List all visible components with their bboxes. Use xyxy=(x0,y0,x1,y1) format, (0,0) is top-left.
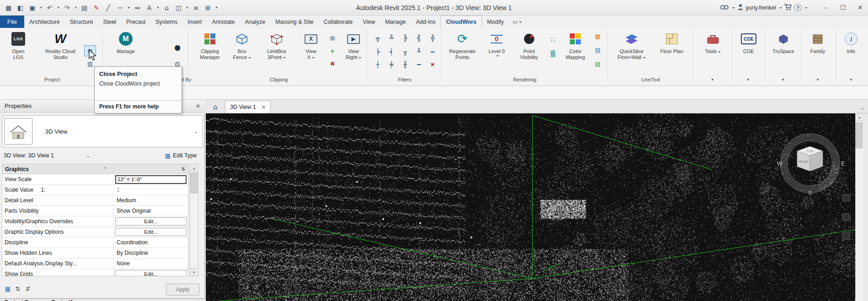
clipping-remove-button[interactable]: ✖ xyxy=(327,58,338,69)
tab-view[interactable]: View xyxy=(358,16,380,28)
search-icon[interactable] xyxy=(720,3,729,12)
apply-button[interactable]: Apply xyxy=(166,284,199,296)
fitter-icon[interactable]: ╩ xyxy=(386,32,397,43)
tab-insert[interactable]: Insert xyxy=(182,16,207,28)
close-project-button[interactable]: ⊠ xyxy=(84,45,96,56)
sort-descending-icon[interactable]: ⇵ xyxy=(23,284,33,294)
panel-label-rendering[interactable]: Rendering xyxy=(443,77,607,84)
tab-manage[interactable]: Manage xyxy=(380,16,411,28)
viewport-tool-button[interactable] xyxy=(842,213,850,221)
tab-analyze[interactable]: Analyze xyxy=(240,16,270,28)
clipping-manager-button[interactable]: Clipping Manager xyxy=(194,29,226,60)
user-caret-icon[interactable] xyxy=(779,7,782,10)
text-caret-icon[interactable]: ▾ xyxy=(155,2,161,13)
tab-systems[interactable]: Systems xyxy=(150,16,182,28)
view-scale-input[interactable] xyxy=(115,175,187,184)
ribbon-display-toggle[interactable]: ▭ xyxy=(509,16,525,28)
type-selector-caret-icon[interactable]: ⌄ xyxy=(194,129,198,134)
viewport-tool-button[interactable] xyxy=(842,232,850,240)
family-button[interactable]: Family xyxy=(804,29,831,54)
property-value[interactable]: Show Original xyxy=(115,208,151,214)
regenerate-points-button[interactable]: ⟳ Regenerate Points xyxy=(445,29,479,60)
show-grids-edit-button[interactable]: Edit... xyxy=(115,270,187,276)
app-menu-icon[interactable]: ▦ xyxy=(3,2,14,13)
point-density-icon[interactable]: ∷ xyxy=(547,34,559,45)
section-sort-icon[interactable]: ⇅ xyxy=(177,167,185,172)
help-caret-icon[interactable] xyxy=(805,7,808,10)
tab-precast[interactable]: Precast xyxy=(121,16,150,28)
viewcube[interactable]: ⌂ TOP FRONT W S E xyxy=(771,129,849,199)
quickslice-button[interactable]: QuickSlice Floor+Wall xyxy=(612,29,651,60)
maximize-button[interactable]: ☐ xyxy=(835,1,851,14)
tab-cloudworx[interactable]: CloudWorx xyxy=(440,16,482,28)
fitter-icon[interactable]: ═ xyxy=(427,46,438,57)
open-folder-icon[interactable]: ◧ xyxy=(15,2,26,13)
line-caret-icon[interactable]: ▾ xyxy=(126,2,131,13)
tab-list-caret-icon[interactable]: ⌄ xyxy=(860,105,864,111)
tab-structure[interactable]: Structure xyxy=(65,16,98,28)
fitter-icon[interactable]: ╥ xyxy=(400,46,411,57)
view-right-button[interactable]: ▶ View Right xyxy=(340,29,367,60)
browser-grid-icon[interactable]: ▦ xyxy=(3,284,13,294)
clipping-grid-button[interactable]: ⊞ xyxy=(327,32,338,43)
fitter-icon[interactable]: ╠ xyxy=(400,32,411,43)
color-option-icon[interactable]: ▤ xyxy=(592,44,604,55)
scroll-down-icon[interactable]: ▾ xyxy=(190,268,198,276)
point-cloud-canvas[interactable] xyxy=(206,113,855,301)
user-name[interactable]: yuriy.frenkel xyxy=(746,5,776,11)
sort-ascending-icon[interactable]: ⇅ xyxy=(13,284,23,294)
level-0-button[interactable]: 0 Level 0 xyxy=(482,29,511,57)
viewport-tool-button[interactable] xyxy=(842,194,850,202)
default-3d-view-icon[interactable]: ⌂ xyxy=(161,2,172,13)
text-icon[interactable]: A xyxy=(144,2,155,13)
marker-icon[interactable]: ✎ xyxy=(91,2,102,13)
edit-type-button[interactable]: ▦ Edit Type xyxy=(165,152,197,159)
fitter-icon[interactable]: ╫ xyxy=(400,59,411,70)
minimize-button[interactable]: – xyxy=(818,1,833,14)
tab-file[interactable]: File xyxy=(0,16,24,28)
view-tab-close-icon[interactable]: ✕ xyxy=(262,104,266,110)
color-mapping-button[interactable]: Color Mapping xyxy=(561,29,590,60)
truspace-button[interactable]: TruSpace xyxy=(768,29,798,54)
property-value[interactable]: None xyxy=(115,260,130,267)
tab-collaborate[interactable]: Collaborate xyxy=(318,16,358,28)
reality-cloud-studio-button[interactable]: W Reality Cloud Studio xyxy=(42,29,79,60)
fitter-icon[interactable]: ╨ xyxy=(413,46,424,57)
save-icon[interactable]: ▣ xyxy=(27,2,38,13)
viewport-scrollbar-thumb[interactable] xyxy=(856,123,863,148)
user-icon[interactable] xyxy=(737,3,744,12)
help-icon[interactable]: ? xyxy=(794,4,802,11)
tab-massing-site[interactable]: Massing & Site xyxy=(270,16,318,28)
property-value[interactable]: By Discipline xyxy=(115,250,148,256)
fitter-icon[interactable]: ┼ xyxy=(372,59,383,70)
undo-caret-icon[interactable]: ▾ xyxy=(56,2,61,13)
scrollbar-thumb[interactable] xyxy=(190,173,198,193)
line-style-icon[interactable]: ─ xyxy=(114,2,126,13)
redo-icon[interactable]: ↷ xyxy=(61,2,73,13)
viewcube-home-icon[interactable]: ⌂ xyxy=(784,137,788,143)
point-visibility-button[interactable]: Point Visibility xyxy=(513,29,545,60)
color-option-icon[interactable]: ▦ xyxy=(592,31,604,42)
section-header-graphics[interactable]: Graphics ⌃ ⇅ xyxy=(2,164,188,174)
section-icon[interactable]: ◫ xyxy=(173,2,184,13)
tab-modify[interactable]: Modify xyxy=(482,16,509,28)
instance-name[interactable]: 3D View: 3D View 1 xyxy=(4,152,54,159)
fitter-icon[interactable]: ╬ xyxy=(427,32,438,43)
tab-architecture[interactable]: Architecture xyxy=(24,16,65,28)
home-icon[interactable]: ⌂ xyxy=(209,101,222,113)
box-fence-button[interactable]: Box Fence xyxy=(229,29,255,60)
tab-add-ins[interactable]: Add-Ins xyxy=(411,16,440,28)
fitter-icon[interactable]: ╪ xyxy=(386,59,397,70)
project-browser-header[interactable]: Project Browser - Project1 ✕ xyxy=(0,298,205,301)
compass-south-label[interactable]: S xyxy=(808,189,812,196)
info-button[interactable]: i Info xyxy=(838,29,864,54)
tab-steel[interactable]: Steel xyxy=(98,16,121,28)
panel-expander-icon[interactable]: ▾ xyxy=(745,77,751,82)
measure-icon[interactable]: ╱ xyxy=(102,2,114,13)
properties-scrollbar[interactable]: ▴ ▾ xyxy=(189,164,198,276)
scroll-up-icon[interactable]: ▴ xyxy=(190,164,198,172)
property-value[interactable]: Medium xyxy=(115,197,136,204)
view-tab-3d-view-1[interactable]: 3D View 1 ✕ xyxy=(225,101,271,113)
graphic-display-edit-button[interactable]: Edit... xyxy=(115,228,187,236)
switch-windows-caret-icon[interactable]: ▾ xyxy=(214,2,219,13)
